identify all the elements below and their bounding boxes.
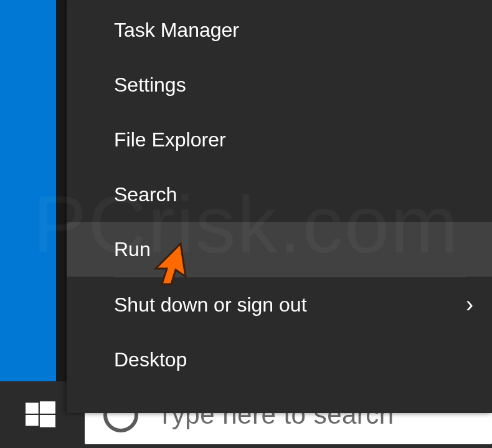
menu-item-shutdown-signout[interactable]: Shut down or sign out › xyxy=(67,277,492,332)
menu-item-desktop[interactable]: Desktop xyxy=(67,332,492,387)
menu-item-file-explorer[interactable]: File Explorer xyxy=(67,112,492,167)
menu-item-label: Run xyxy=(114,238,151,261)
menu-item-search[interactable]: Search xyxy=(67,167,492,222)
chevron-right-icon: › xyxy=(466,292,473,318)
menu-item-label: Desktop xyxy=(114,348,187,371)
svg-rect-3 xyxy=(40,415,55,427)
menu-item-label: File Explorer xyxy=(114,128,226,151)
menu-item-task-manager[interactable]: Task Manager xyxy=(67,2,492,57)
svg-rect-0 xyxy=(26,403,39,413)
menu-item-label: Search xyxy=(114,183,177,206)
desktop-blue-area xyxy=(0,0,56,381)
windows-logo-icon xyxy=(26,400,55,430)
menu-item-settings[interactable]: Settings xyxy=(67,57,492,112)
svg-rect-1 xyxy=(40,401,55,414)
menu-item-label: Shut down or sign out xyxy=(114,293,307,317)
svg-rect-2 xyxy=(26,415,39,426)
winx-context-menu: Task Manager Settings File Explorer Sear… xyxy=(67,0,492,413)
menu-item-label: Settings xyxy=(114,74,186,97)
menu-item-run[interactable]: Run xyxy=(67,222,492,277)
menu-item-label: Task Manager xyxy=(114,19,239,42)
